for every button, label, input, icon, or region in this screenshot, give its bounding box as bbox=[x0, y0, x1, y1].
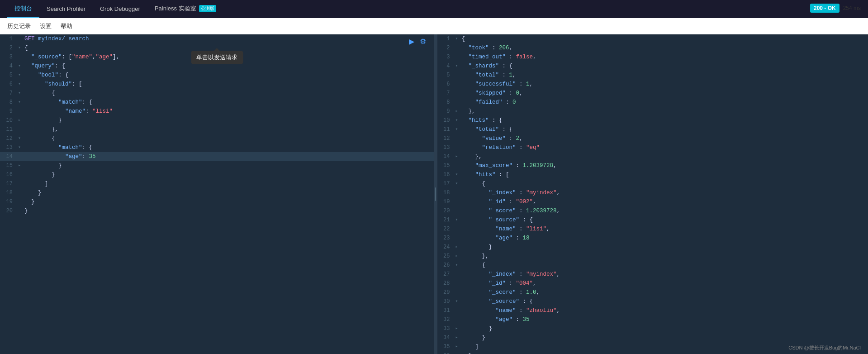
nav-tab-search-profiler[interactable]: Search Profiler bbox=[39, 0, 93, 18]
response-line-36: 36 ▸ } bbox=[437, 351, 868, 354]
response-line-2: 2 "took" : 206, bbox=[437, 43, 868, 53]
response-line-29: 29 "_score" : 1.0, bbox=[437, 288, 868, 297]
run-button[interactable]: ▶ bbox=[408, 36, 415, 47]
response-line-24: 24 ▸ } bbox=[437, 243, 868, 252]
secondary-toolbar: 历史记录 设置 帮助 bbox=[0, 18, 868, 34]
response-line-25: 25 ▸ }, bbox=[437, 252, 868, 261]
response-line-8: 8 "failed" : 0 bbox=[437, 98, 868, 107]
response-line-13: 13 "relation" : "eq" bbox=[437, 143, 868, 152]
response-line-14: 14 ▸ }, bbox=[437, 152, 868, 161]
response-line-3: 3 "timed_out" : false, bbox=[437, 53, 868, 62]
response-line-15: 15 "max_score" : 1.2039728, bbox=[437, 161, 868, 170]
main-content: 单击以发送请求 ▶ ⚙ 1 GET myindex/_search 2 ▾ { … bbox=[0, 34, 868, 354]
response-line-33: 33 ▸ } bbox=[437, 324, 868, 333]
response-line-19: 19 "_id" : "002", bbox=[437, 197, 868, 206]
left-panel-editor: 单击以发送请求 ▶ ⚙ 1 GET myindex/_search 2 ▾ { … bbox=[0, 34, 434, 354]
nav-tab-console[interactable]: 控制台 bbox=[7, 0, 39, 18]
editor-line-8: 8 ▾ "match": { bbox=[0, 98, 434, 107]
editor-line-20: 20 } bbox=[0, 206, 434, 215]
editor-line-5: 5 ▾ "bool": { bbox=[0, 71, 434, 80]
editor-line-7: 7 ▾ { bbox=[0, 89, 434, 98]
response-line-7: 7 "skipped" : 0, bbox=[437, 89, 868, 98]
response-line-22: 22 "name" : "lisi", bbox=[437, 225, 868, 234]
response-line-21: 21 ▾ "_source" : { bbox=[437, 215, 868, 225]
response-line-6: 6 "successful" : 1, bbox=[437, 80, 868, 89]
response-line-32: 32 "age" : 35 bbox=[437, 315, 868, 324]
editor-line-17: 17 ] bbox=[0, 179, 434, 188]
code-editor[interactable]: 1 GET myindex/_search 2 ▾ { 3 "_source":… bbox=[0, 34, 434, 354]
response-line-17: 17 ▾ { bbox=[437, 179, 868, 188]
status-area: 200 - OK 254 ms bbox=[810, 4, 861, 13]
response-line-16: 16 ▾ "hits" : [ bbox=[437, 170, 868, 179]
toolbar-help[interactable]: 帮助 bbox=[61, 18, 72, 34]
editor-line-4: 4 ▾ "query": { bbox=[0, 62, 434, 71]
editor-options-button[interactable]: ⚙ bbox=[419, 36, 427, 47]
response-line-1: 1 ▾ { bbox=[437, 34, 868, 43]
status-code: 200 - OK bbox=[810, 4, 840, 13]
response-line-23: 23 "age" : 18 bbox=[437, 234, 868, 243]
editor-line-18: 18 } bbox=[0, 188, 434, 197]
response-line-27: 27 "_index" : "myindex", bbox=[437, 270, 868, 279]
response-line-10: 10 ▾ "hits" : { bbox=[437, 116, 868, 125]
nav-tab-grok-debugger[interactable]: Grok Debugger bbox=[93, 0, 147, 18]
editor-actions: ▶ ⚙ bbox=[408, 36, 427, 47]
editor-line-13: 13 ▾ "match": { bbox=[0, 143, 434, 152]
response-line-34: 34 ▸ } bbox=[437, 333, 868, 342]
response-line-4: 4 ▾ "_shards" : { bbox=[437, 62, 868, 71]
editor-line-9: 9 "name": "lisi" bbox=[0, 107, 434, 116]
nav-tab-painless[interactable]: Painless 实验室 公测版 bbox=[147, 0, 223, 18]
response-line-30: 30 ▾ "_source" : { bbox=[437, 297, 868, 306]
editor-line-6: 6 ▾ "should": [ bbox=[0, 80, 434, 89]
top-navigation: 控制台 Search Profiler Grok Debugger Painle… bbox=[0, 0, 868, 18]
right-panel-response: 1 ▾ { 2 "took" : 206, 3 "timed_out" : fa… bbox=[437, 34, 868, 354]
response-line-11: 11 ▾ "total" : { bbox=[437, 125, 868, 134]
editor-line-11: 11 }, bbox=[0, 125, 434, 134]
editor-line-14: 14 "age": 35 bbox=[0, 152, 434, 161]
editor-line-10: 10 ▸ } bbox=[0, 116, 434, 125]
response-line-31: 31 "name" : "zhaoliu", bbox=[437, 306, 868, 315]
editor-line-19: 19 } bbox=[0, 197, 434, 206]
divider-handle bbox=[435, 187, 436, 201]
response-line-20: 20 "_score" : 1.2039728, bbox=[437, 206, 868, 215]
response-line-12: 12 "value" : 2, bbox=[437, 134, 868, 143]
response-line-18: 18 "_index" : "myindex", bbox=[437, 188, 868, 197]
response-line-5: 5 "total" : 1, bbox=[437, 71, 868, 80]
response-line-9: 9 ▸ }, bbox=[437, 107, 868, 116]
editor-line-1: 1 GET myindex/_search bbox=[0, 34, 434, 43]
response-viewer: 1 ▾ { 2 "took" : 206, 3 "timed_out" : fa… bbox=[437, 34, 868, 354]
painless-badge: 公测版 bbox=[199, 5, 216, 12]
editor-line-2: 2 ▾ { bbox=[0, 43, 434, 53]
editor-line-12: 12 ▾ { bbox=[0, 134, 434, 143]
watermark: CSDN @擅长开发Bug的Mr.NaCl bbox=[788, 344, 861, 351]
editor-line-15: 15 ▸ } bbox=[0, 161, 434, 170]
toolbar-history[interactable]: 历史记录 bbox=[7, 18, 31, 34]
response-line-28: 28 "_id" : "004", bbox=[437, 279, 868, 288]
editor-line-3: 3 "_source": ["name","age"], bbox=[0, 53, 434, 62]
toolbar-settings[interactable]: 设置 bbox=[40, 18, 52, 34]
status-time: 254 ms bbox=[843, 5, 861, 11]
response-line-26: 26 ▾ { bbox=[437, 261, 868, 270]
editor-line-16: 16 } bbox=[0, 170, 434, 179]
